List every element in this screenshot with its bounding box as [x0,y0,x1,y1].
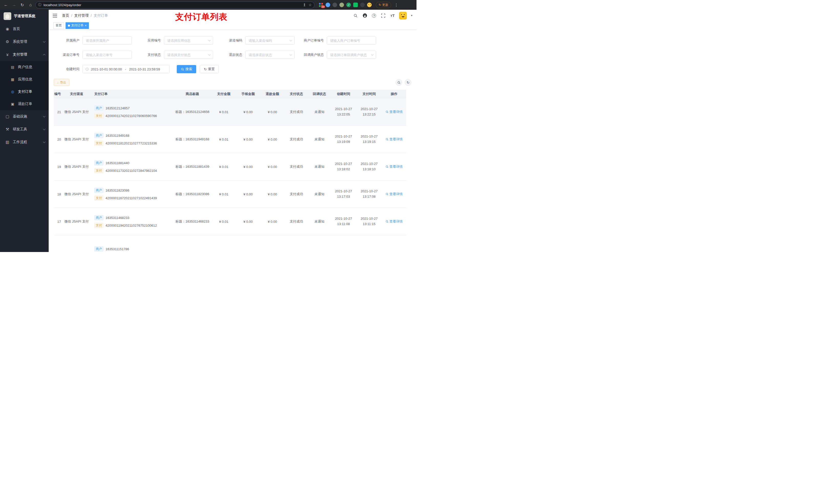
table-row: 商户 1635311151786 支付 [54,235,406,252]
breadcrumb-home[interactable]: 首页 [62,13,69,18]
product-title-cell: 标题：1635312124656 [173,98,212,125]
hide-search-button[interactable] [396,79,402,86]
sidebar-menu: ◉ 首页 ⚙ 系统管理 ¥ 支付管理 ▤ 商户信息 ▦ 应用信息 [0,23,49,252]
channel-code-select[interactable] [245,37,294,45]
merchant-tag: 商户 [94,188,103,193]
fee-amount-cell: ¥ 0.00 [236,181,260,208]
sidebar-item-refund-order[interactable]: ▣ 退款订单 [0,98,49,110]
browser-update-button[interactable]: ↻ 更新 [376,2,391,8]
breadcrumb-payment[interactable]: 支付管理 [74,13,89,18]
operation-cell: 查看详情 [382,98,406,125]
app-logo[interactable]: 芋道管理系统 [0,10,49,23]
font-size-icon[interactable]: тT [390,13,395,18]
create-time-cell: 2021-10-2713:22:05 [331,98,356,125]
pay-channel-cell: 微信 JSAPI 支付 [63,153,91,180]
active-dot [68,25,70,27]
browser-forward-button[interactable]: → [11,2,18,8]
operation-cell [382,235,406,252]
filter-field: 所属商户 [54,37,132,45]
sidebar-item-merchant-info[interactable]: ▤ 商户信息 [0,61,49,73]
channel-order-no: 4200001167202110271022491439 [105,196,157,200]
merchant-select[interactable] [82,37,132,45]
pay-status-select[interactable] [164,51,213,59]
browser-menu-button[interactable]: ⋮ [393,3,400,7]
browser-reload-button[interactable]: ↻ [19,2,26,8]
filter-field: 应用编号 [135,37,213,45]
pay-tag: 支付 [94,141,103,146]
help-icon[interactable]: ? [372,13,377,18]
filter-field: 回调商户状态 [298,51,376,59]
check-extension-icon[interactable]: ✓ [346,3,351,7]
notify-status-cell: 未通知 [308,153,331,180]
close-icon[interactable]: × [85,24,87,27]
apps-extension-icon[interactable]: 10 [319,3,323,7]
reset-refresh-icon: ↻ [204,67,207,71]
product-title-cell: 标题：1635311949168 [173,126,212,153]
search-button[interactable]: 搜索 [177,65,196,73]
pay-channel-cell: 微信 JSAPI 支付 [63,208,91,235]
app-no-select[interactable] [164,37,213,45]
tab-home[interactable]: 首页 [53,22,64,29]
sidebar-item-app-info[interactable]: ▦ 应用信息 [0,73,49,86]
extension-icon[interactable] [332,3,337,7]
view-detail-link[interactable]: 查看详情 [385,110,403,114]
view-detail-link[interactable]: 查看详情 [385,137,403,142]
avatar[interactable] [399,12,407,20]
merchant-tag: 商户 [94,133,103,138]
avatar-caret-icon[interactable]: ▾ [411,14,412,17]
fee-amount-cell: ¥ 0.00 [236,153,260,180]
table-toolbar: ↓ 导出 ↻ [54,79,411,86]
pay-order-cell: 商户 1635311949168 支付 42000011812021102777… [91,126,173,153]
refresh-table-button[interactable]: ↻ [405,79,411,86]
view-detail-link[interactable]: 查看详情 [385,219,403,224]
github-icon[interactable] [362,13,367,18]
merchant-order-no-input[interactable] [327,37,376,45]
reset-button[interactable]: ↻ 重置 [200,65,219,73]
notify-status-select[interactable] [327,51,376,59]
sidebar-item-pay-order[interactable]: ◎ 支付订单 [0,86,49,98]
order-id-cell: 17 [54,208,63,235]
create-time-range-picker[interactable]: 2021-10-01 00:00:00 - 2021-10-31 23:59:5… [82,65,170,73]
sidebar-item-payment[interactable]: ¥ 支付管理 [0,48,49,61]
site-info-icon[interactable]: ⓘ [38,3,42,7]
extension-icon[interactable] [339,3,344,7]
sidebar-item-system[interactable]: ⚙ 系统管理 [0,35,49,48]
create-time-cell: 2021-10-2713:17:03 [331,181,356,208]
fullscreen-icon[interactable] [381,13,386,18]
droplet-extension-icon[interactable] [326,3,330,7]
channel-order-no-input[interactable] [82,51,132,59]
grid-icon: ▦ [10,77,15,81]
browser-back-button[interactable]: ← [3,2,9,8]
extension-badge: 10 [321,5,325,8]
emoji-extension-icon[interactable] [367,3,372,7]
pay-time-cell: 2021-10-2713:19:15 [356,126,382,153]
product-title-cell: 标题：1635311823086 [173,181,212,208]
view-detail-link[interactable]: 查看详情 [385,164,403,169]
sidebar-item-dev-tools[interactable]: ⚒ 研发工具 [0,123,49,136]
bookmark-star-icon[interactable]: ☆ [308,3,312,7]
share-icon[interactable]: ↥ [303,3,306,7]
export-button[interactable]: ↓ 导出 [54,79,69,86]
search-icon[interactable] [353,13,358,18]
chevron-down-icon [43,115,46,118]
refund-amount-cell: ¥ 0.00 [260,153,285,180]
chevron-up-icon [43,54,46,56]
chat-extension-icon[interactable] [353,3,358,7]
address-bar[interactable]: ⓘ localhost:1024/pay/order ↥ ☆ [35,2,314,8]
pay-tag: 支付 [94,168,103,173]
refund-amount-cell: ¥ 0.00 [260,126,285,153]
pay-channel-cell [63,235,91,252]
sidebar-item-home[interactable]: ◉ 首页 [0,23,49,35]
sidebar-toggle-button[interactable] [53,14,58,18]
create-time-cell: 2021-10-2713:19:09 [331,126,356,153]
view-detail-link[interactable]: 查看详情 [385,192,403,196]
extension-icon[interactable] [360,3,365,7]
refund-status-select[interactable] [245,51,294,59]
sidebar-item-workflow[interactable]: ▥ 工作流程 [0,136,49,148]
table-row: 17 微信 JSAPI 支付 商户 1635311468233 支付 42000… [54,208,406,235]
tab-pay-order[interactable]: 支付订单 × [66,22,89,29]
refund-amount-cell: ¥ 0.00 [260,181,285,208]
refund-amount-cell: ¥ 0.00 [260,208,285,235]
browser-home-button[interactable]: ⌂ [27,2,34,8]
sidebar-item-infrastructure[interactable]: ▢ 基础设施 [0,110,49,123]
